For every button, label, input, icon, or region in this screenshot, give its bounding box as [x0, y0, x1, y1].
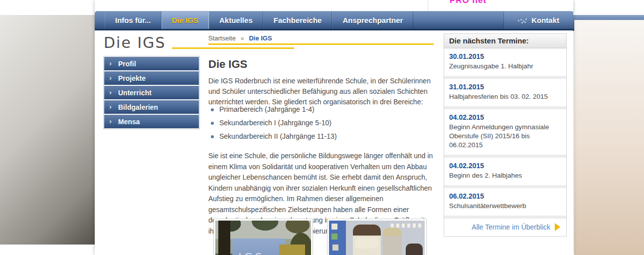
breadcrumb-home-link[interactable]: Startseite [208, 34, 236, 42]
photo-school-building[interactable]: IGS [213, 219, 313, 255]
nav-kontakt-button[interactable]: Kontakt [503, 11, 573, 29]
person-shape [383, 228, 402, 255]
all-termine-link[interactable]: Alle Termine im Überblick [472, 223, 550, 231]
posters-shape [331, 224, 337, 230]
termine-text: Schulsanitäterwettbewerb [449, 202, 561, 211]
breadcrumb-underline [208, 43, 434, 45]
booth-photo-art [329, 221, 425, 255]
termine-text: Beginn des 2. Halbjahes [449, 171, 561, 180]
bullet-item: Sekundarbereich II (Jahrgänge 11-13) [210, 130, 337, 143]
tree-trunk-shape [218, 221, 230, 255]
sidebar-item-label: Unterricht [118, 89, 152, 97]
sidebar-item-unterricht[interactable]: Unterricht [104, 86, 199, 99]
sidebar-title: Die IGS [104, 34, 166, 51]
clipped-header-fragment: PRO net [450, 0, 486, 5]
termine-footer: Alle Termine im Überblick [444, 219, 566, 236]
sidebar-item-bildgalerien[interactable]: Bildgalerien [104, 100, 199, 114]
breadcrumb-current[interactable]: Die IGS [249, 34, 272, 42]
chevron-right-icon [109, 102, 112, 111]
nav-tab-aktuelles[interactable]: Aktuelles [209, 11, 263, 29]
termine-item: 06.02.2015 Schulsanitäterwettbewerb [444, 188, 566, 219]
article-bullet-list: Primarbereich (Jahrgänge 1-4) Sekundarbe… [210, 103, 337, 143]
header-divider [428, 0, 428, 12]
termine-date: 30.01.2015 [449, 52, 561, 60]
chevron-right-icon [109, 117, 112, 125]
nav-tab-infos-fuer[interactable]: Infos für... [105, 11, 161, 29]
person-shape [406, 244, 423, 255]
page: { "page_fragment_top_right": "PRO net", … [0, 0, 644, 255]
site-container: PRO net Infos für... Die IGS Aktuelles F… [95, 0, 573, 255]
scarf-shape [355, 238, 379, 249]
nav-tab-die-igs[interactable]: Die IGS [161, 11, 209, 29]
termine-item: 04.02.2015 Beginn des 2. Halbjahes [444, 158, 566, 188]
nav-tab-fachbereiche[interactable]: Fachbereiche [263, 11, 332, 29]
termine-date: 06.02.2015 [449, 192, 561, 200]
sidebar-item-label: Projekte [118, 74, 146, 82]
sidebar-item-label: Bildgalerien [118, 103, 158, 111]
nav-kontakt-label: Kontakt [531, 16, 559, 24]
school-photo-art: IGS [215, 221, 311, 255]
termine-list: 30.01.2015 Zeugnisausgabe 1. Halbjahr 31… [444, 48, 566, 219]
right-margin-photo-placeholder [574, 20, 644, 255]
wall-letters-shape [391, 224, 423, 228]
photo-info-booth[interactable] [327, 219, 427, 255]
termine-item: 30.01.2015 Zeugnisausgabe 1. Halbjahr [444, 48, 566, 79]
left-margin-photo-placeholder [0, 15, 95, 245]
article-photo-row: IGS [213, 219, 427, 255]
sidebar-menu: Profil Projekte Unterricht Bildgalerien … [103, 56, 200, 129]
termine-date: 04.02.2015 [449, 162, 561, 170]
termine-text: Halbjahresferien bis 03. 02. 2015 [449, 92, 561, 101]
termine-date: 04.02.2015 [449, 113, 561, 121]
sidebar-item-label: Mensa [118, 118, 140, 126]
termine-date: 31.01.2015 [449, 83, 561, 91]
sidebar-item-projekte[interactable]: Projekte [104, 71, 199, 85]
breadcrumb-separator: » [241, 34, 244, 42]
chevron-right-icon [109, 73, 112, 82]
termine-text: Zeugnisausgabe 1. Halbjahr [449, 62, 561, 71]
arrow-right-icon [555, 223, 560, 231]
termine-box: Die nächsten Termine: 30.01.2015 Zeugnis… [444, 33, 567, 237]
chevron-right-icon [109, 59, 112, 67]
page-title: Die IGS [208, 58, 247, 71]
main-navigation: Infos für... Die IGS Aktuelles Fachberei… [95, 11, 573, 30]
sidebar-item-mensa[interactable]: Mensa [104, 115, 199, 128]
sidebar-item-label: Profil [118, 60, 136, 68]
building-shape: IGS [232, 239, 285, 255]
bullet-item: Sekundarbereich I (Jahrgänge 5-10) [210, 116, 337, 130]
bullet-item: Primarbereich (Jahrgänge 1-4) [210, 103, 337, 116]
chevron-right-icon [109, 88, 112, 96]
sidebar-title-underline [172, 47, 294, 49]
sidebar-item-profil[interactable]: Profil [104, 57, 199, 70]
termine-item: 04.02.2015 Beginn Anmeldungen gymnasiale… [444, 109, 566, 158]
mail-dots-icon [518, 18, 527, 23]
termine-item: 31.01.2015 Halbjahresferien bis 03. 02. … [444, 79, 566, 109]
nav-tab-ansprechpartner[interactable]: Ansprechpartner [332, 11, 413, 29]
termine-text: Beginn Anmeldungen gymnasiale Oberstufe … [449, 123, 561, 150]
termine-title: Die nächsten Termine: [444, 34, 566, 48]
annex-building-shape [279, 245, 305, 255]
igs-sign-text: IGS [238, 251, 265, 255]
breadcrumb: Startseite » Die IGS [208, 34, 272, 42]
